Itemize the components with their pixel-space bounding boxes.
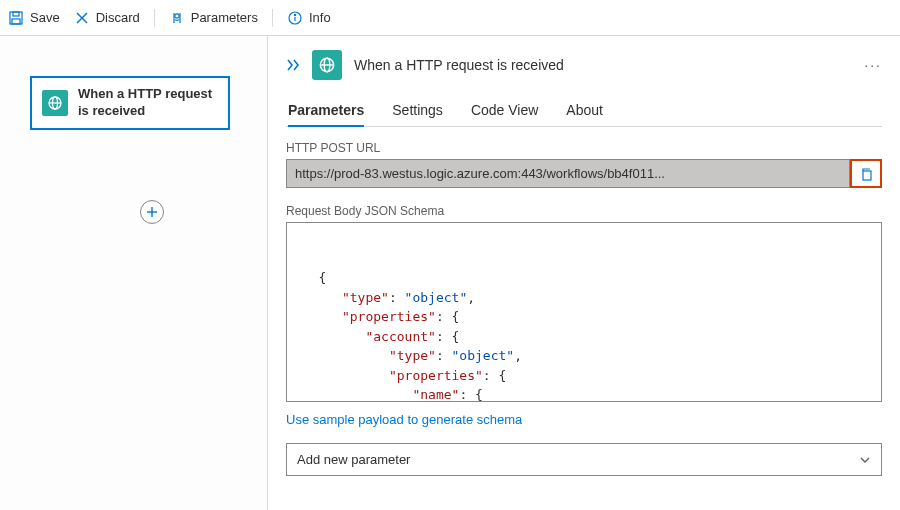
discard-button[interactable]: Discard — [74, 10, 140, 26]
toolbar-separator — [272, 9, 273, 27]
collapse-icon[interactable] — [286, 59, 300, 71]
svg-rect-17 — [863, 171, 871, 180]
chevron-down-icon — [859, 454, 871, 466]
discard-label: Discard — [96, 10, 140, 25]
save-icon — [8, 10, 24, 26]
info-label: Info — [309, 10, 331, 25]
info-icon — [287, 10, 303, 26]
svg-rect-1 — [13, 12, 19, 16]
panel-header: When a HTTP request is received ··· — [286, 50, 882, 80]
http-trigger-icon — [312, 50, 342, 80]
parameters-icon — [169, 10, 185, 26]
url-input[interactable]: https://prod-83.westus.logic.azure.com:4… — [286, 159, 850, 188]
tab-settings[interactable]: Settings — [392, 96, 443, 126]
svg-point-8 — [294, 14, 295, 15]
save-button[interactable]: Save — [8, 10, 60, 26]
sample-payload-link[interactable]: Use sample payload to generate schema — [286, 412, 522, 427]
copy-url-button[interactable] — [850, 159, 882, 188]
designer-canvas: When a HTTP request is received — [0, 36, 268, 510]
url-label: HTTP POST URL — [286, 141, 882, 155]
toolbar-separator — [154, 9, 155, 27]
parameters-button[interactable]: Parameters — [169, 10, 258, 26]
add-step-button[interactable] — [140, 200, 164, 224]
panel-title: When a HTTP request is received — [354, 57, 564, 73]
discard-icon — [74, 10, 90, 26]
tab-parameters[interactable]: Parameters — [288, 96, 364, 126]
http-trigger-icon — [42, 90, 68, 116]
svg-rect-2 — [12, 19, 20, 24]
trigger-card[interactable]: When a HTTP request is received — [30, 76, 230, 130]
schema-editor[interactable]: { "type": "object", "properties": { "acc… — [286, 222, 882, 402]
more-menu-button[interactable]: ··· — [864, 57, 882, 73]
details-panel: When a HTTP request is received ··· Para… — [268, 36, 900, 510]
toolbar: Save Discard Parameters Info — [0, 0, 900, 36]
url-row: https://prod-83.westus.logic.azure.com:4… — [286, 159, 882, 188]
parameters-label: Parameters — [191, 10, 258, 25]
panel-tabs: Parameters Settings Code View About — [286, 96, 882, 127]
save-label: Save — [30, 10, 60, 25]
main-layout: When a HTTP request is received When a H… — [0, 36, 900, 510]
tab-code-view[interactable]: Code View — [471, 96, 538, 126]
svg-point-5 — [175, 13, 179, 17]
info-button[interactable]: Info — [287, 10, 331, 26]
schema-label: Request Body JSON Schema — [286, 204, 882, 218]
add-parameter-dropdown[interactable]: Add new parameter — [286, 443, 882, 476]
trigger-card-title: When a HTTP request is received — [78, 86, 218, 120]
add-parameter-label: Add new parameter — [297, 452, 410, 467]
tab-about[interactable]: About — [566, 96, 603, 126]
